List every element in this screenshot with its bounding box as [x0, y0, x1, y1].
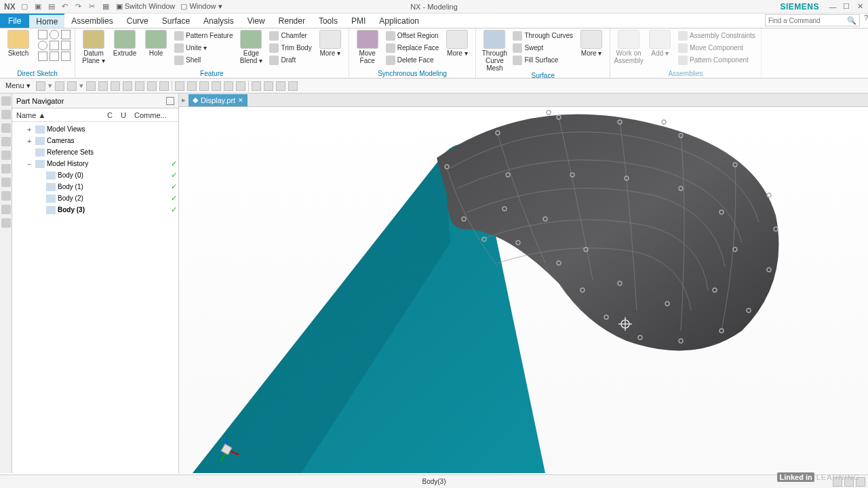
swept-button[interactable]: Swept: [511, 42, 574, 54]
trim-body-button[interactable]: Trim Body: [268, 42, 313, 54]
tb-icon-9[interactable]: [147, 81, 157, 91]
tb-icon-8[interactable]: [135, 81, 144, 91]
curve-mesh-button[interactable]: Through Curve Mesh: [480, 30, 509, 72]
graphics-window[interactable]: ▸ ◆ Display.prt ✕: [179, 94, 868, 473]
qat-save-icon[interactable]: ▤: [47, 2, 56, 12]
search-icon[interactable]: 🔍: [847, 16, 856, 25]
dock-icon-8[interactable]: [1, 191, 11, 201]
qat-redo-icon[interactable]: ↷: [74, 2, 83, 12]
tab-home[interactable]: Home: [29, 14, 64, 28]
nav-row[interactable]: Body (1)✓: [12, 181, 178, 192]
command-search[interactable]: 🔍: [765, 14, 860, 26]
qat-cut-icon[interactable]: ✂: [87, 2, 97, 12]
tb-icon-20[interactable]: [288, 81, 298, 91]
tb-icon-12[interactable]: [187, 81, 197, 91]
nav-row[interactable]: +Model Views: [12, 123, 178, 135]
shell-button[interactable]: Shell: [173, 54, 234, 66]
pattern-component-button[interactable]: Pattern Component: [677, 54, 757, 66]
nav-row[interactable]: +Cameras: [12, 135, 178, 146]
qat-paste-icon[interactable]: ▦: [101, 2, 111, 12]
tb-icon-14[interactable]: [212, 81, 221, 91]
tb-icon-18[interactable]: [264, 81, 273, 91]
nav-row[interactable]: Body (3)✓: [12, 204, 178, 216]
nav-columns[interactable]: Name ▲ C U Comme...: [12, 108, 178, 122]
tab-analysis[interactable]: Analysis: [197, 14, 241, 28]
tb-icon-5[interactable]: [98, 81, 108, 91]
help-icon[interactable]: ?: [864, 14, 868, 28]
maximize-button[interactable]: ☐: [841, 1, 852, 12]
tab-assemblies[interactable]: Assemblies: [64, 14, 119, 28]
add-component-button[interactable]: Add ▾: [646, 30, 674, 66]
dock-icon-6[interactable]: [1, 164, 11, 174]
file-menu[interactable]: File: [0, 14, 29, 28]
minimize-button[interactable]: —: [827, 1, 838, 12]
offset-region-button[interactable]: Offset Region: [384, 30, 441, 41]
extrude-button[interactable]: Extrude: [111, 30, 139, 66]
tb-icon-19[interactable]: [276, 81, 285, 91]
sketch-button[interactable]: Sketch: [4, 30, 33, 61]
menu-button[interactable]: Menu ▾: [3, 81, 33, 90]
move-face-button[interactable]: Move Face: [353, 30, 382, 66]
tb-icon-11[interactable]: [175, 81, 184, 91]
tab-pmi[interactable]: PMI: [344, 14, 372, 28]
nav-row[interactable]: Reference Sets: [12, 146, 178, 158]
switch-window-button[interactable]: ▣ Switch Window: [116, 2, 176, 11]
qat-new-icon[interactable]: ▢: [20, 2, 29, 12]
col-c[interactable]: C: [107, 111, 121, 119]
dock-icon-2[interactable]: [1, 110, 11, 119]
tb-icon-1[interactable]: [36, 81, 45, 91]
dock-icon-3[interactable]: [1, 123, 11, 133]
rect-icon[interactable]: [61, 30, 71, 39]
unite-button[interactable]: Unite ▾: [173, 42, 234, 54]
circle-icon[interactable]: [38, 41, 47, 50]
chamfer-button[interactable]: Chamfer: [268, 30, 313, 41]
hole-button[interactable]: Hole: [142, 30, 170, 66]
tab-application[interactable]: Application: [372, 14, 426, 28]
through-curves-button[interactable]: Through Curves: [511, 30, 574, 41]
work-assembly-button[interactable]: Work on Assembly: [614, 30, 643, 66]
tb-icon-3[interactable]: [67, 81, 77, 91]
nav-tree[interactable]: +Model Views+CamerasReference Sets−Model…: [12, 122, 178, 473]
dock-icon-4[interactable]: [1, 137, 11, 146]
dock-icon-1[interactable]: [1, 96, 11, 106]
col-comment[interactable]: Comme...: [134, 111, 167, 119]
tab-curve[interactable]: Curve: [120, 14, 155, 28]
datum-plane-button[interactable]: Datum Plane ▾: [79, 30, 108, 66]
move-component-button[interactable]: Move Component: [677, 42, 757, 54]
dock-icon-7[interactable]: [1, 178, 11, 187]
tb-icon-13[interactable]: [199, 81, 209, 91]
tab-tools[interactable]: Tools: [312, 14, 344, 28]
replace-face-button[interactable]: Replace Face: [384, 42, 441, 54]
arc-icon[interactable]: [50, 30, 59, 39]
edge-blend-button[interactable]: Edge Blend ▾: [237, 30, 265, 66]
tb-icon-10[interactable]: [159, 81, 169, 91]
polygon-icon[interactable]: [38, 52, 47, 61]
dock-icon-5[interactable]: [1, 150, 11, 160]
fill-surface-button[interactable]: Fill Surface: [511, 54, 574, 66]
sync-more-button[interactable]: More ▾: [443, 30, 471, 66]
tb-icon-17[interactable]: [252, 81, 261, 91]
qat-undo-icon[interactable]: ↶: [60, 2, 70, 12]
ellipse-icon[interactable]: [50, 52, 59, 61]
tab-surface[interactable]: Surface: [155, 14, 197, 28]
tab-render[interactable]: Render: [272, 14, 312, 28]
col-name[interactable]: Name ▲: [12, 111, 107, 119]
feature-more-button[interactable]: More ▾: [316, 30, 344, 66]
tab-view[interactable]: View: [241, 14, 272, 28]
fillet-icon[interactable]: [61, 52, 71, 61]
close-tab-icon[interactable]: ✕: [238, 97, 243, 104]
tb-icon-6[interactable]: [111, 81, 120, 91]
dock-icon-10[interactable]: [1, 218, 11, 228]
line-icon[interactable]: [38, 30, 47, 39]
nav-row[interactable]: Body (2)✓: [12, 192, 178, 204]
delete-face-button[interactable]: Delete Face: [384, 54, 441, 66]
tb-icon-2[interactable]: [55, 81, 64, 91]
close-button[interactable]: ✕: [854, 1, 865, 12]
pattern-feature-button[interactable]: Pattern Feature: [173, 30, 234, 41]
tb-icon-15[interactable]: [224, 81, 233, 91]
tb-icon-4[interactable]: [86, 81, 96, 91]
assy-constraints-button[interactable]: Assembly Constraints: [677, 30, 757, 41]
spline-icon[interactable]: [50, 41, 59, 50]
point-icon[interactable]: [61, 41, 71, 50]
surface-more-button[interactable]: More ▾: [577, 30, 606, 72]
